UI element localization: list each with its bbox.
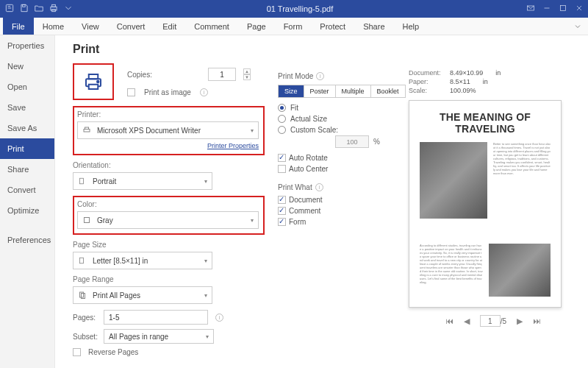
menu-view[interactable]: View [73, 18, 108, 35]
pw-document-check[interactable]: Document [278, 196, 395, 204]
chevron-down-icon: ▾ [206, 333, 209, 340]
svg-rect-12 [85, 127, 89, 130]
print-icon[interactable] [49, 3, 59, 15]
seg-multiple[interactable]: Multiple [336, 85, 371, 97]
info-icon[interactable]: i [215, 314, 223, 322]
printer-dropdown[interactable]: Microsoft XPS Document Writer ▾ [77, 121, 259, 139]
sidebar: Properties New Open Save Save As Print S… [0, 35, 55, 368]
menu-home[interactable]: Home [34, 18, 73, 35]
reverse-pages-check[interactable]: Reverse Pages [73, 348, 265, 356]
svg-point-10 [97, 81, 99, 83]
pagesize-dropdown[interactable]: Letter [8.5×11] in ▾ [73, 252, 212, 269]
pagesize-label: Page Size [73, 241, 265, 249]
open-icon[interactable] [34, 3, 44, 15]
auto-rotate-check[interactable]: Auto Rotate [278, 154, 395, 162]
sidebar-print[interactable]: Print [0, 138, 54, 159]
nav-next-icon[interactable]: ▶ [517, 316, 523, 326]
menu-help[interactable]: Help [394, 18, 429, 35]
menu-bar: File Home View Convert Edit Comment Page… [0, 18, 588, 35]
pw-comment-check[interactable]: Comment [278, 207, 395, 215]
sidebar-new[interactable]: New [0, 56, 54, 77]
seg-size[interactable]: Size [279, 85, 304, 97]
sidebar-convert[interactable]: Convert [0, 180, 54, 200]
scale-input[interactable]: 100 [335, 135, 369, 148]
chevron-down-icon: ▾ [251, 217, 254, 224]
svg-rect-8 [89, 74, 98, 79]
radio-fit[interactable]: Fit [278, 104, 395, 112]
printer-small-icon [82, 126, 93, 135]
color-dropdown[interactable]: Gray ▾ [77, 211, 259, 229]
menu-file[interactable]: File [3, 18, 34, 35]
color-label: Color: [77, 200, 259, 208]
close-icon[interactable] [575, 4, 584, 14]
app-logo-icon [4, 3, 15, 15]
print-mode-label: Print Modei [278, 72, 395, 80]
nav-page-input[interactable]: 1 [480, 315, 501, 327]
page-icon [78, 256, 88, 265]
nav-last-icon[interactable]: ⏭ [533, 316, 541, 325]
sidebar-open[interactable]: Open [0, 77, 54, 97]
maximize-icon[interactable] [559, 4, 567, 14]
mail-icon[interactable] [526, 4, 535, 14]
svg-rect-9 [89, 85, 98, 89]
svg-rect-14 [85, 218, 90, 223]
info-icon[interactable]: i [315, 183, 323, 191]
menu-protect[interactable]: Protect [311, 18, 354, 35]
subset-dropdown[interactable]: All Pages in range ▾ [104, 329, 214, 344]
printer-label: Printer: [77, 110, 259, 118]
print-preview: THE MEANING OF TRAVELING Better to see s… [409, 100, 562, 308]
menu-share[interactable]: Share [354, 18, 393, 35]
chevron-down-icon: ▾ [204, 258, 207, 264]
menu-comment[interactable]: Comment [185, 18, 238, 35]
radio-actual[interactable]: Actual Size [278, 115, 395, 123]
menu-page[interactable]: Page [238, 18, 275, 35]
svg-rect-13 [80, 178, 84, 184]
chevron-down-icon: ▾ [204, 178, 207, 185]
info-icon[interactable]: i [200, 88, 208, 96]
preview-nav: ⏮ ◀ 1/5 ▶ ⏭ [409, 315, 578, 327]
orientation-label: Orientation: [73, 161, 265, 169]
menu-form[interactable]: Form [275, 18, 312, 35]
sidebar-save[interactable]: Save [0, 97, 54, 118]
seg-booklet[interactable]: Booklet [371, 85, 405, 97]
print-as-image-check[interactable]: Print as image i [127, 88, 251, 96]
sidebar-optimize[interactable]: Optimize [0, 200, 54, 221]
copies-input[interactable]: 1 [208, 68, 236, 81]
preview-text: Better to see something once than hear a… [493, 142, 551, 175]
print-what-label: Print Whati [278, 183, 395, 191]
printer-properties-link[interactable]: Printer Properties [77, 142, 259, 149]
pagerange-dropdown[interactable]: Print All Pages ▾ [73, 286, 212, 304]
chevron-down-icon: ▾ [204, 292, 207, 299]
orientation-dropdown[interactable]: Portrait ▾ [73, 172, 212, 190]
svg-rect-3 [52, 4, 56, 7]
info-icon[interactable]: i [316, 72, 324, 80]
menu-edit[interactable]: Edit [154, 18, 185, 35]
title-bar: 01 Travelling-5.pdf [0, 0, 588, 18]
nav-first-icon[interactable]: ⏮ [445, 316, 453, 325]
minimize-icon[interactable] [542, 4, 551, 14]
svg-rect-1 [23, 4, 26, 7]
collapse-ribbon-icon[interactable] [573, 22, 582, 32]
sidebar-save-as[interactable]: Save As [0, 118, 54, 138]
pages-icon [78, 291, 88, 300]
sidebar-preferences[interactable]: Preferences [0, 230, 54, 250]
preview-image [489, 244, 551, 297]
swatch-icon [82, 216, 93, 224]
subset-label: Subset: [73, 333, 99, 341]
copies-up[interactable]: ▲ [243, 68, 251, 74]
color-highlight-box: Color: Gray ▾ [73, 196, 265, 235]
dropdown-icon[interactable] [63, 3, 74, 15]
print-mode-segment: Size Poster Multiple Booklet [278, 85, 406, 98]
sidebar-share[interactable]: Share [0, 159, 54, 180]
sidebar-properties[interactable]: Properties [0, 35, 54, 56]
window-title: 01 Travelling-5.pdf [74, 4, 526, 13]
pages-input[interactable]: 1-5 [104, 310, 208, 325]
save-icon[interactable] [19, 3, 29, 15]
auto-center-check[interactable]: Auto Center [278, 165, 395, 173]
pw-form-check[interactable]: Form [278, 218, 395, 226]
copies-down[interactable]: ▼ [243, 74, 251, 80]
nav-prev-icon[interactable]: ◀ [464, 316, 470, 326]
seg-poster[interactable]: Poster [304, 85, 336, 97]
radio-custom[interactable]: Custom Scale: [278, 126, 395, 134]
menu-convert[interactable]: Convert [108, 18, 154, 35]
